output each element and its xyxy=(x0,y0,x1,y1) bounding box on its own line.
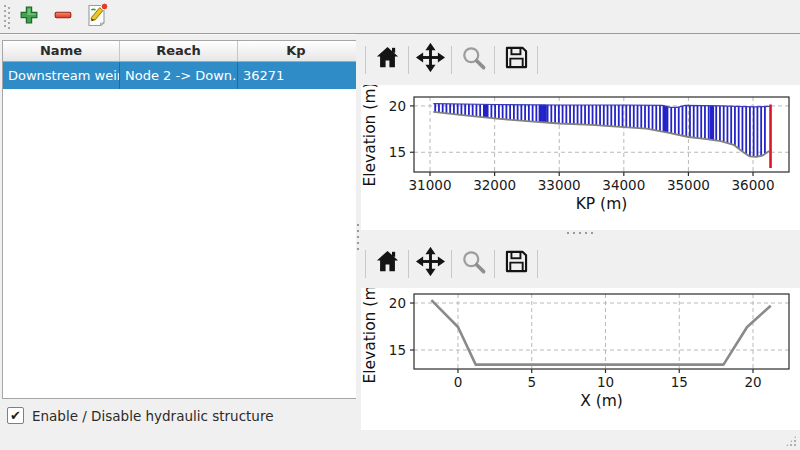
svg-text:0: 0 xyxy=(454,374,463,390)
status-bar xyxy=(0,430,800,450)
cross-section-plot[interactable]: 051015201520X (m)Elevation (m) xyxy=(361,288,800,430)
zoom-button[interactable] xyxy=(456,43,490,77)
cell-kp[interactable]: 36271 xyxy=(238,62,354,89)
home-icon xyxy=(374,44,401,75)
svg-text:20: 20 xyxy=(389,295,406,311)
checkbox-label[interactable]: Enable / Disable hydraulic structure xyxy=(32,408,273,424)
svg-text:15: 15 xyxy=(671,374,688,390)
toolbar-separator xyxy=(494,46,495,74)
home-button[interactable] xyxy=(370,247,404,281)
svg-text:X (m): X (m) xyxy=(580,392,623,410)
enable-structure-checkbox-row: ✔ Enable / Disable hydraulic structure xyxy=(7,407,273,424)
cell-name[interactable]: Downstream weir xyxy=(3,62,120,89)
svg-text:35000: 35000 xyxy=(667,177,710,193)
svg-text:20: 20 xyxy=(389,98,406,114)
svg-text:10: 10 xyxy=(597,374,614,390)
kp-profile-plot[interactable]: 3100032000330003400035000360001520KP (m)… xyxy=(361,85,800,230)
toolbar-separator xyxy=(537,46,538,74)
zoom-icon xyxy=(460,248,487,279)
toolbar-separator xyxy=(451,250,452,278)
svg-text:36000: 36000 xyxy=(732,177,775,193)
toolbar-separator xyxy=(408,250,409,278)
save-icon xyxy=(503,248,530,279)
svg-text:15: 15 xyxy=(389,342,406,358)
kp-plot-toolbar xyxy=(361,34,800,85)
home-icon xyxy=(374,248,401,279)
svg-text:20: 20 xyxy=(744,374,761,390)
toolbar-separator xyxy=(365,250,366,278)
svg-text:Elevation (m): Elevation (m) xyxy=(361,288,379,384)
toolbar-separator xyxy=(365,46,366,74)
toolbar-separator xyxy=(451,46,452,74)
toolbar-separator xyxy=(408,46,409,74)
pan-icon xyxy=(416,247,445,280)
column-header-kp[interactable]: Kp xyxy=(238,41,354,61)
edit-icon xyxy=(84,2,110,32)
minus-icon xyxy=(52,4,74,30)
table-header: Name Reach Kp xyxy=(3,41,356,62)
horizontal-splitter[interactable] xyxy=(361,230,800,238)
svg-text:Elevation (m): Elevation (m) xyxy=(361,85,379,187)
svg-text:31000: 31000 xyxy=(409,177,452,193)
column-header-reach[interactable]: Reach xyxy=(120,41,238,61)
svg-text:33000: 33000 xyxy=(538,177,581,193)
zoom-button[interactable] xyxy=(456,247,490,281)
splitter-grip xyxy=(567,232,595,234)
edit-structure-button[interactable] xyxy=(84,4,110,30)
svg-text:34000: 34000 xyxy=(602,177,645,193)
cell-reach[interactable]: Node 2 -> Down… xyxy=(120,62,238,89)
section-plot-toolbar xyxy=(361,238,800,289)
svg-text:32000: 32000 xyxy=(473,177,516,193)
column-header-name[interactable]: Name xyxy=(3,41,120,61)
table-row[interactable]: Downstream weir Node 2 -> Down… 36271 xyxy=(3,62,356,89)
pan-button[interactable] xyxy=(413,43,447,77)
structures-table: Name Reach Kp Downstream weir Node 2 -> … xyxy=(2,40,357,399)
toolbar-drag-handle[interactable] xyxy=(4,5,10,29)
add-structure-button[interactable] xyxy=(16,4,42,30)
save-button[interactable] xyxy=(499,247,533,281)
svg-text:15: 15 xyxy=(389,144,406,160)
resize-grip[interactable] xyxy=(785,435,797,447)
plus-icon xyxy=(18,4,40,30)
pan-button[interactable] xyxy=(413,247,447,281)
remove-structure-button[interactable] xyxy=(50,4,76,30)
save-icon xyxy=(503,44,530,75)
home-button[interactable] xyxy=(370,43,404,77)
checkbox[interactable]: ✔ xyxy=(7,407,24,424)
pan-icon xyxy=(416,43,445,76)
toolbar-separator xyxy=(494,250,495,278)
splitter-grip xyxy=(357,224,359,252)
svg-text:5: 5 xyxy=(527,374,536,390)
main-toolbar xyxy=(0,0,800,34)
save-button[interactable] xyxy=(499,43,533,77)
svg-text:KP (m): KP (m) xyxy=(576,195,628,213)
zoom-icon xyxy=(460,44,487,75)
toolbar-separator xyxy=(537,250,538,278)
